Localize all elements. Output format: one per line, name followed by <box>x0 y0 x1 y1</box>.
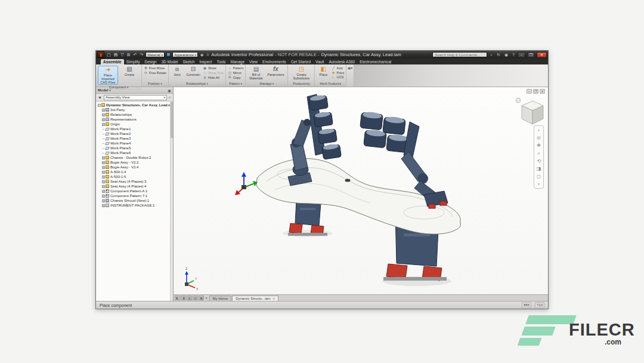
tree-item[interactable]: +Component Pattern 7:1 <box>97 193 173 198</box>
view-mode-dropdown[interactable]: Assembly View ▾ <box>104 95 167 100</box>
manage-group-label[interactable]: Manage <box>246 81 287 87</box>
ribbon-tab-vault[interactable]: Vault <box>313 59 326 64</box>
tree-expander-icon[interactable]: + <box>101 189 106 193</box>
ribbon-overflow[interactable]: ◉▾ <box>346 64 354 87</box>
window-close-button[interactable]: ✕ <box>537 52 547 58</box>
ucs-button[interactable]: ∟ UCS <box>331 75 344 79</box>
tree-item[interactable]: –Work Plane6 <box>97 150 173 155</box>
free-move-button[interactable]: ✥ Free Move <box>144 66 166 70</box>
tree-item[interactable]: +Chassis - Double Robot:2 <box>97 155 173 160</box>
ribbon-tab-electromechanical[interactable]: Electromechanical <box>357 59 394 64</box>
tree-item[interactable]: +Origin <box>97 122 173 127</box>
tree-expander-icon[interactable]: + <box>101 165 106 170</box>
place-work-feature-button[interactable]: ◧ Place <box>317 66 330 76</box>
qat-new-icon[interactable]: ▢ <box>106 51 112 58</box>
view-face-icon[interactable]: ◻ <box>537 174 541 179</box>
qat-return-icon[interactable]: ◈ <box>200 51 204 58</box>
tree-expander-icon[interactable]: + <box>101 180 106 184</box>
tree-item[interactable]: +Relationships <box>97 112 173 117</box>
tree-expander-icon[interactable]: + <box>101 161 106 165</box>
qat-print-icon[interactable]: ⊞ <box>126 51 131 58</box>
window-minimize-button[interactable]: – <box>518 52 525 58</box>
constrain-button[interactable]: ⊟ Constrain <box>185 66 202 76</box>
ribbon-tab-get-started[interactable]: Get Started <box>289 59 313 64</box>
qat-open-icon[interactable]: ▤ <box>113 51 119 58</box>
sync-icon[interactable]: ↻ <box>496 53 501 57</box>
work-features-group-label[interactable]: Work Features <box>315 81 346 87</box>
tree-item[interactable]: +Bogie Assy - V2:4 <box>97 165 173 170</box>
qat-redo-icon[interactable]: ↷ <box>139 51 144 58</box>
parameters-button[interactable]: fx Parameters <box>265 66 286 76</box>
tree-item[interactable]: +Chassis Shroud (New):1 <box>97 198 173 203</box>
create-component-button[interactable]: ▧ Create <box>119 66 140 76</box>
ribbon-tab-tools[interactable]: Tools <box>214 59 228 64</box>
help-icon[interactable]: ? <box>511 53 516 57</box>
ribbon-tab-view[interactable]: View <box>247 59 260 64</box>
ribbon-tab-simplify[interactable]: Simplify <box>124 59 143 64</box>
tree-expander-icon[interactable]: + <box>101 122 106 127</box>
tree-expander-icon[interactable]: + <box>101 199 106 203</box>
tree-item[interactable]: –Work Plane2 <box>97 131 173 136</box>
qat-update-icon[interactable]: ⌗ <box>206 51 209 58</box>
tree-item[interactable]: +Representations <box>97 117 173 122</box>
tree-expander-icon[interactable]: + <box>101 108 106 112</box>
productivity-group-label[interactable]: Productivity <box>288 81 314 87</box>
tree-item[interactable]: +A-500-1:4 <box>97 170 173 174</box>
appearance-swatch-icon[interactable] <box>166 53 171 57</box>
tree-item[interactable]: +3rd Party <box>97 107 173 112</box>
3d-viewport[interactable]: Z Y X <box>174 87 548 294</box>
tree-item[interactable]: +INSTRUMENT PACKAGE:1 <box>97 203 173 208</box>
view-tool-icon[interactable]: ◨ <box>181 296 186 300</box>
tree-expander-icon[interactable]: + <box>101 156 106 160</box>
free-rotate-button[interactable]: ⟳ Free Rotate <box>144 70 166 75</box>
search-input[interactable]: Search Help & Commands... <box>432 52 487 57</box>
navigation-wheel-icon[interactable]: ◎ <box>537 135 541 140</box>
tree-expander-icon[interactable]: + <box>101 118 106 122</box>
ribbon-tab-environments[interactable]: Environments <box>260 59 289 64</box>
inventor-app-logo-icon[interactable]: I <box>97 51 104 58</box>
ribbon-tab-3d-model[interactable]: 3D Model <box>159 59 181 64</box>
view-tool-icon[interactable]: ▦ <box>199 296 204 300</box>
viewcube[interactable] <box>516 98 543 124</box>
tree-item[interactable]: +Bogie Assy - V2:2 <box>97 160 173 165</box>
tree-expander-icon[interactable]: + <box>101 170 106 174</box>
qat-save-icon[interactable]: ▽ <box>120 51 124 58</box>
search-tree-icon[interactable]: ⌕ <box>169 95 171 100</box>
filter-icon[interactable]: ▼ <box>98 96 102 100</box>
view-tool-icon[interactable]: ◧ <box>175 296 180 300</box>
zoom-icon[interactable]: ⌕ <box>537 150 540 156</box>
mirror-button[interactable]: ◫ Mirror <box>228 70 244 75</box>
graphics-canvas[interactable]: – ❒ ✕ <box>174 87 548 294</box>
orbit-icon[interactable]: ⟲ <box>537 158 541 164</box>
appearance-dropdown[interactable]: Appearance ▾ <box>172 52 198 57</box>
tree-expander-icon[interactable]: + <box>101 113 106 117</box>
close-tab-icon[interactable]: ✕ <box>273 296 275 301</box>
ribbon-tab-manage[interactable]: Manage <box>228 59 247 64</box>
user-account-icon[interactable]: ◉ <box>503 53 509 57</box>
look-at-icon[interactable]: ◨ <box>537 166 541 171</box>
tree-expander-icon[interactable]: + <box>101 184 106 189</box>
tree-expander-icon[interactable]: + <box>101 204 106 208</box>
tree-item[interactable]: +A-500-1:5 <box>97 174 173 179</box>
component-group-label[interactable]: Component <box>96 85 141 90</box>
view-tool-icon[interactable]: ▤ <box>193 296 198 300</box>
browser-scrollbar[interactable] <box>170 101 173 301</box>
qat-undo-icon[interactable]: ↶ <box>133 51 138 58</box>
view-tool-icon[interactable]: ▥ <box>187 296 192 300</box>
create-substitutes-button[interactable]: ◳ Create Substitutes <box>290 66 312 80</box>
ribbon-tab-design[interactable]: Design <box>142 59 159 64</box>
right-seat-cluster[interactable] <box>360 111 419 160</box>
joint-button[interactable]: ⧈ Joint <box>171 66 184 76</box>
navbar-scroll-up-icon[interactable]: ▴ <box>538 127 540 133</box>
position-group-label[interactable]: Position <box>142 81 168 87</box>
ribbon-tab-autodesk-a360[interactable]: Autodesk A360 <box>326 59 357 64</box>
tree-item[interactable]: –Work Plane4 <box>97 141 173 146</box>
tree-item[interactable]: –Work Plane3 <box>97 136 173 141</box>
copy-button[interactable]: ⧉ Copy <box>228 75 244 79</box>
ribbon-tab-sketch[interactable]: Sketch <box>181 59 197 64</box>
tree-expander-icon[interactable]: − <box>97 103 101 107</box>
place-imported-cad-files-button[interactable]: ➜ Place Imported CAD Files <box>98 66 118 85</box>
ribbon-tab-assemble[interactable]: Assemble <box>101 59 124 64</box>
left-pedestal[interactable] <box>283 201 333 237</box>
bill-of-materials-button[interactable]: ▤ Bill of Materials <box>247 66 264 80</box>
